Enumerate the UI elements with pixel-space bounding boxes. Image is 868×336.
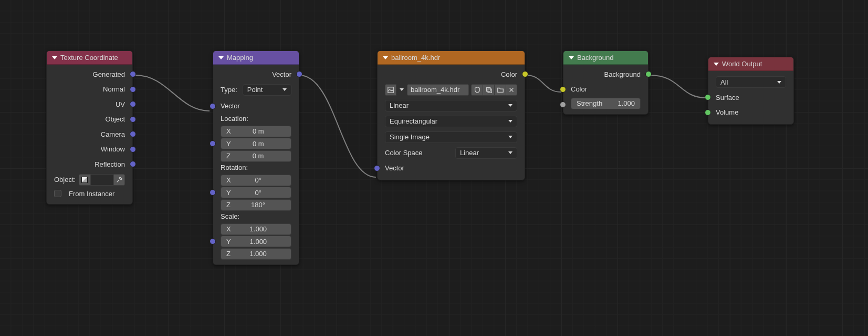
interpolation-dropdown[interactable]: Linear [385, 100, 517, 111]
node-header[interactable]: Mapping [213, 51, 299, 65]
location-z-field[interactable]: Z0 m [221, 150, 291, 162]
datablock-icon [81, 177, 88, 183]
output-color[interactable]: Color [378, 67, 525, 82]
chevron-down-icon [508, 120, 513, 123]
new-image-button[interactable] [483, 84, 494, 96]
image-name-field[interactable]: ballroom_4k.hdr [407, 84, 469, 96]
node-environment-texture[interactable]: ballroom_4k.hdr Color ballroom_4k.hdr Li… [377, 50, 525, 180]
output-camera[interactable]: Camera [47, 127, 132, 142]
colorspace-label: Color Space [385, 149, 450, 157]
input-surface[interactable]: Surface [708, 90, 793, 105]
colorspace-dropdown[interactable]: Linear [455, 147, 517, 159]
socket-vector-icon[interactable] [130, 146, 136, 152]
collapse-icon[interactable] [714, 63, 719, 66]
projection-dropdown[interactable]: Equirectangular [385, 116, 517, 127]
target-dropdown[interactable]: All [716, 76, 786, 88]
node-header[interactable]: World Output [708, 57, 793, 71]
socket-color-icon[interactable] [560, 86, 566, 93]
rotation-label: Rotation: [213, 162, 299, 174]
location-y-field[interactable]: Y0 m [221, 138, 291, 149]
checkbox-icon[interactable] [54, 190, 61, 197]
collapse-icon[interactable] [569, 56, 574, 59]
chevron-down-icon[interactable] [400, 88, 404, 91]
socket-shader-icon[interactable] [705, 109, 711, 116]
eyedropper-icon [116, 176, 123, 184]
input-vector[interactable]: Vector [213, 99, 299, 114]
collapse-icon[interactable] [52, 56, 57, 59]
close-icon [508, 86, 515, 94]
output-reflection[interactable]: Reflection [47, 157, 132, 172]
rotation-x-field[interactable]: X0° [221, 175, 291, 186]
scale-x-field[interactable]: X1.000 [221, 223, 291, 235]
socket-vector-icon[interactable] [130, 116, 136, 123]
node-header[interactable]: ballroom_4k.hdr [378, 51, 525, 65]
scale-y-field[interactable]: Y1.000 [221, 236, 291, 247]
node-title: Mapping [227, 54, 253, 62]
output-uv[interactable]: UV [47, 97, 132, 112]
node-title: Texture Coordinate [60, 54, 118, 62]
unlink-image-button[interactable] [506, 84, 517, 96]
node-title: Background [577, 54, 613, 62]
chevron-down-icon [508, 136, 513, 138]
input-volume[interactable]: Volume [708, 105, 793, 120]
from-instancer-label: From Instancer [69, 190, 114, 198]
chevron-down-icon [508, 151, 513, 154]
node-header[interactable]: Texture Coordinate [47, 51, 132, 65]
output-normal[interactable]: Normal [47, 82, 132, 97]
node-header[interactable]: Background [563, 51, 648, 65]
socket-vector-icon[interactable] [210, 103, 216, 109]
type-label: Type: [221, 86, 237, 94]
image-icon [387, 86, 394, 94]
socket-vector-icon[interactable] [130, 86, 136, 93]
collapse-icon[interactable] [383, 56, 388, 59]
node-world-output[interactable]: World Output All Surface Volume [708, 57, 794, 125]
node-texture-coordinate[interactable]: Texture Coordinate Generated Normal UV O… [46, 50, 133, 205]
chevron-down-icon [508, 104, 513, 107]
chevron-down-icon [283, 88, 287, 91]
from-instancer-row[interactable]: From Instancer [47, 188, 132, 200]
input-vector[interactable]: Vector [378, 161, 525, 176]
scale-label: Scale: [213, 211, 299, 222]
type-dropdown[interactable]: Point [243, 84, 291, 96]
eyedropper-button[interactable] [113, 174, 125, 186]
scale-z-field[interactable]: Z1.000 [221, 248, 291, 260]
output-window[interactable]: Window [47, 142, 132, 157]
object-datablock-button[interactable] [79, 174, 90, 186]
source-dropdown[interactable]: Single Image [385, 131, 517, 143]
collapse-icon[interactable] [218, 56, 224, 59]
socket-location-icon[interactable] [210, 140, 216, 147]
fake-user-button[interactable] [471, 84, 483, 96]
node-mapping[interactable]: Mapping Vector Type: Point Vector Locati… [213, 50, 299, 265]
location-label: Location: [213, 114, 299, 125]
socket-vector-icon[interactable] [374, 165, 380, 171]
socket-rotation-icon[interactable] [210, 189, 216, 196]
shield-icon [474, 86, 481, 94]
rotation-z-field[interactable]: Z180° [221, 199, 291, 211]
svg-rect-2 [488, 89, 491, 93]
output-object[interactable]: Object [47, 112, 132, 127]
image-datablock-button[interactable] [385, 84, 396, 96]
strength-field[interactable]: Strength 1.000 [571, 98, 641, 109]
folder-icon [497, 86, 504, 94]
open-image-button[interactable] [494, 84, 506, 96]
node-title: ballroom_4k.hdr [391, 54, 440, 62]
object-picker-row: Object: [47, 172, 132, 188]
output-background[interactable]: Background [563, 67, 648, 82]
node-title: World Output [722, 60, 762, 68]
location-x-field[interactable]: X0 m [221, 126, 291, 137]
socket-scale-icon[interactable] [210, 238, 216, 245]
duplicate-icon [485, 86, 493, 94]
socket-shader-icon[interactable] [705, 94, 711, 100]
output-generated[interactable]: Generated [47, 67, 132, 82]
object-label: Object: [54, 176, 76, 184]
rotation-y-field[interactable]: Y0° [221, 187, 291, 198]
output-vector[interactable]: Vector [213, 67, 299, 82]
chevron-down-icon [777, 81, 781, 84]
object-name-field[interactable] [90, 174, 113, 186]
socket-float-icon[interactable] [560, 101, 566, 108]
node-background[interactable]: Background Background Color Strength 1.0… [563, 50, 649, 115]
svg-rect-1 [486, 87, 490, 91]
input-color[interactable]: Color [563, 82, 648, 97]
